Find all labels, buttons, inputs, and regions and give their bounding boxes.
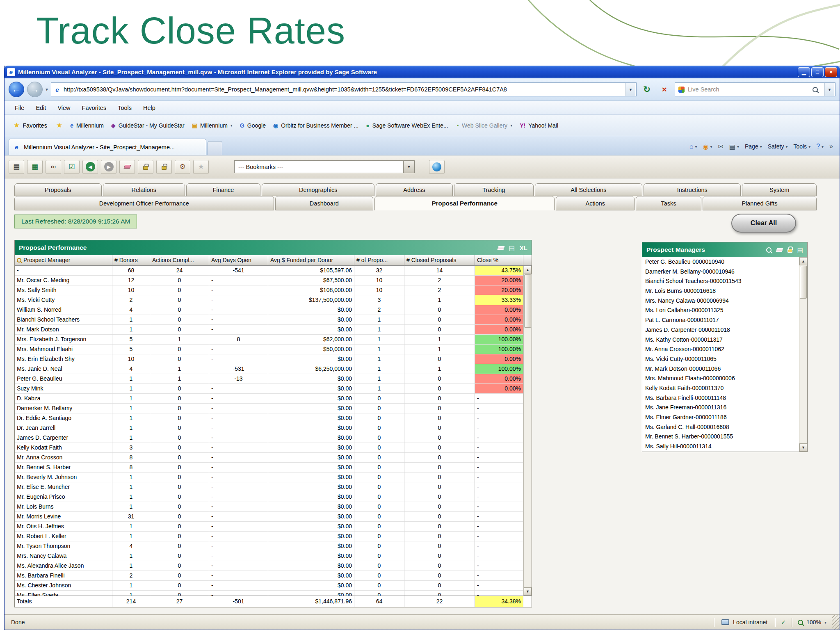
qv-tab-all-selections[interactable]: All Selections [535, 183, 642, 196]
list-item[interactable]: Ms. Elmer Gardner-0000011186 [642, 413, 799, 422]
table-row[interactable]: Ms. Barbara Finelli20-$0.0000- [15, 571, 523, 581]
caret-down-icon[interactable]: ▾ [403, 161, 414, 173]
list-item[interactable]: Mrs. Nancy Calawa-0000006994 [642, 296, 799, 306]
favorites-button[interactable]: ★ Favorites [9, 119, 52, 132]
favorite-item[interactable]: ◈GuideStar - My GuideStar [107, 120, 188, 131]
new-tab-button[interactable] [208, 141, 222, 155]
column-header[interactable]: Actions Compl... [150, 255, 209, 266]
qv-tab-planned-gifts[interactable]: Planned Gifts [703, 196, 817, 210]
table-row[interactable]: Dr. Jean Jarrell10-$0.0000- [15, 423, 523, 433]
table-row[interactable]: Mr. Anna Crosson80-$0.0000- [15, 453, 523, 463]
column-header[interactable]: Avg $ Funded per Donor [268, 255, 354, 266]
tools-menu-button[interactable]: Tools▾ [793, 143, 810, 150]
favorite-item[interactable]: ◉Orbitz for Business Member ... [269, 120, 362, 131]
design-tools-button[interactable]: ⚙ [175, 160, 190, 174]
table-row[interactable]: Mr. Morris Levine310-$0.0000- [15, 512, 523, 522]
list-item[interactable]: Mr. Lois Burns-0000016618 [642, 286, 799, 296]
menu-view[interactable]: View [53, 103, 75, 112]
resize-grip[interactable] [832, 615, 840, 630]
address-bar[interactable]: e http://txa509538/QvJava/showdocument.h… [51, 82, 637, 96]
search-binoculars-button[interactable]: ∞ [46, 160, 61, 174]
clear-button[interactable] [498, 246, 504, 250]
list-item[interactable]: Ms. Lori Callahan-0000011325 [642, 306, 799, 315]
list-item[interactable]: Darnerker M. Bellamy-0000010946 [642, 267, 799, 277]
table-row[interactable]: Mr. Mark Dotson10-$0.00100.00% [15, 325, 523, 335]
list-item[interactable]: Ms. Kathy Cotton-0000011317 [642, 335, 799, 345]
list-item[interactable]: Mr. Mark Dotson-0000011066 [642, 364, 799, 374]
table-scrollbar[interactable]: ▲ ▼ [523, 266, 532, 596]
scroll-up-icon[interactable]: ▲ [799, 257, 807, 265]
list-item[interactable]: Mrs. Mahmoud Elaahi-0000000006 [642, 374, 799, 383]
menu-help[interactable]: Help [139, 103, 160, 112]
favorite-item[interactable]: GGoogle [236, 120, 269, 131]
list-item[interactable]: Ms. Vicki Cutty-0000011065 [642, 354, 799, 364]
table-row[interactable]: Ms. Ellen Syeda10-$0.0000- [15, 591, 523, 596]
table-row[interactable]: Darnerker M. Bellamy10-$0.0000- [15, 404, 523, 413]
close-button[interactable]: × [825, 67, 837, 77]
column-header[interactable]: # Donors [112, 255, 150, 266]
list-item[interactable]: Bianchi School Teachers-0000011543 [642, 276, 799, 286]
table-row[interactable]: Suzy Mink10-$0.00100.00% [15, 384, 523, 394]
column-header[interactable]: Prospect Manager [15, 255, 112, 266]
managers-scrollbar[interactable]: ▲ ▼ [799, 257, 807, 452]
bookmarks-combo[interactable]: --- Bookmarks --- ▾ [234, 160, 415, 173]
list-item[interactable]: Kelly Kodatt Faith-0000011370 [642, 383, 799, 393]
qv-tab-dashboard[interactable]: Dashboard [275, 196, 374, 210]
favorite-item[interactable]: ◔Web Slice Gallery▾ [452, 120, 516, 131]
refresh-button[interactable]: ↻ [639, 82, 654, 97]
column-header[interactable]: Close % [475, 255, 523, 266]
column-header[interactable]: Avg Days Open [209, 255, 268, 266]
favorite-item[interactable]: ●Sage Software WebEx Ente... [362, 120, 452, 131]
help-button[interactable]: ?▾ [816, 143, 824, 150]
table-row[interactable]: Dr. Eddie A. Santiago10-$0.0000- [15, 413, 523, 423]
column-header[interactable]: # Closed Proposals [404, 255, 475, 266]
search-box[interactable]: Live Search ▾ [675, 82, 835, 96]
export-excel-button[interactable]: XL [520, 244, 527, 251]
table-row[interactable]: D. Kabza10-$0.0000- [15, 394, 523, 404]
search-button[interactable] [809, 83, 821, 96]
list-item[interactable]: Ms. Sally Hill-0000011314 [642, 442, 799, 452]
print-button[interactable]: ▤ [797, 247, 803, 253]
table-caption-bar[interactable]: Proposal Performance ▤ XL [15, 240, 532, 255]
table-row[interactable]: Ms. Chester Johnson10-$0.0000- [15, 581, 523, 591]
scroll-thumb[interactable] [524, 274, 531, 328]
qv-tab-relations[interactable]: Relations [103, 183, 185, 196]
current-selections-button[interactable]: ☑ [64, 160, 80, 174]
table-row[interactable]: Mrs. Nancy Calawa10-$0.0000- [15, 551, 523, 561]
security-zone[interactable]: Local intranet [714, 619, 775, 625]
favorite-item[interactable]: ▣Millennium▾ [188, 120, 236, 131]
scroll-down-icon[interactable]: ▼ [524, 587, 532, 596]
home-button[interactable]: ⌂▾ [689, 143, 697, 150]
table-row[interactable]: William S. Norred40-$0.00200.00% [15, 305, 523, 315]
favorite-item[interactable]: Y!Yahoo! Mail [516, 120, 562, 131]
stop-button[interactable]: × [657, 82, 672, 97]
safety-menu-button[interactable]: Safety▾ [768, 143, 788, 150]
toolbar-overflow-button[interactable]: » [829, 143, 833, 150]
forward-button[interactable]: ▶ [101, 160, 116, 174]
clear-selections-button[interactable] [119, 160, 135, 174]
qv-help-button[interactable] [429, 160, 445, 174]
qv-tab-system[interactable]: System [742, 183, 817, 196]
qv-tab-finance[interactable]: Finance [186, 183, 261, 196]
table-row[interactable]: Mr. Beverly M. Johnson10-$0.0000- [15, 472, 523, 482]
table-row[interactable]: Ms. Alexandra Alice Jason10-$0.0000- [15, 561, 523, 571]
scroll-down-icon[interactable]: ▼ [799, 443, 807, 452]
forward-button[interactable]: → [27, 82, 43, 97]
unlock-button[interactable] [156, 160, 172, 174]
print-button[interactable]: ▤ [9, 160, 24, 174]
qv-tab-proposals[interactable]: Proposals [14, 183, 102, 196]
lock-button[interactable] [138, 160, 153, 174]
list-item[interactable]: Mr. Anna Crosson-0000011062 [642, 345, 799, 354]
qv-tab-tasks[interactable]: Tasks [636, 196, 701, 210]
menu-favorites[interactable]: Favorites [78, 103, 111, 112]
menu-tools[interactable]: Tools [113, 103, 136, 112]
print-button[interactable]: ▤▾ [729, 143, 739, 151]
scroll-thumb[interactable] [800, 266, 807, 299]
table-row[interactable]: -6824-541$105,597.06321443.75% [15, 266, 523, 276]
table-row[interactable]: Mr. Oscar C. Meding120-$67,500.0010220.0… [15, 276, 523, 285]
qv-tab-instructions[interactable]: Instructions [644, 183, 741, 196]
qv-tab-proposal-performance[interactable]: Proposal Performance [374, 196, 555, 210]
list-item[interactable]: Pat L. Carmona-0000011017 [642, 315, 799, 325]
qv-tab-demographics[interactable]: Demographics [262, 183, 374, 196]
url-text[interactable]: http://txa509538/QvJava/showdocument.htm… [64, 86, 623, 93]
